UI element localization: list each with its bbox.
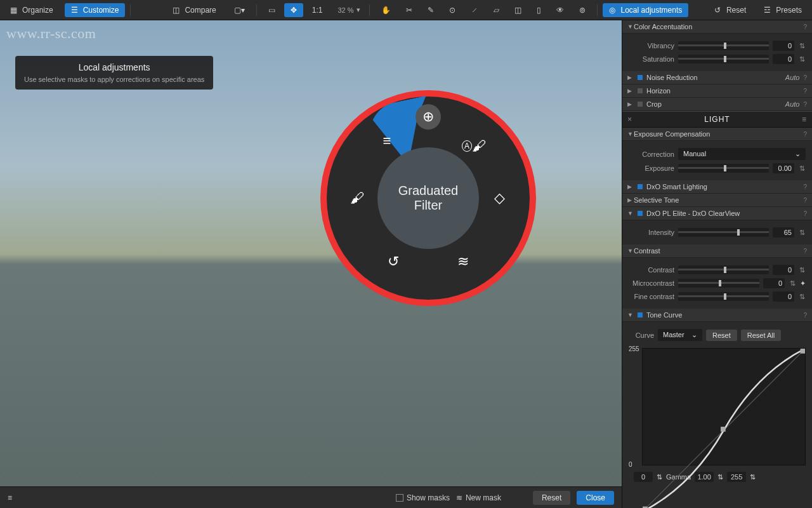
- menu-icon[interactable]: ≡: [800, 115, 809, 124]
- crop-icon[interactable]: ✂: [400, 3, 419, 17]
- brush-icon[interactable]: 🖌: [344, 185, 370, 211]
- local-adjustments-button[interactable]: ◎ Local adjustments: [603, 3, 689, 17]
- vibrancy-value[interactable]: 0: [773, 41, 794, 51]
- svg-rect-2: [800, 349, 805, 354]
- intensity-label: Intensity: [629, 229, 674, 236]
- perspective-icon[interactable]: ▱: [487, 3, 506, 17]
- reset-label: Reset: [726, 6, 746, 15]
- one-to-one-button[interactable]: 1:1: [306, 3, 329, 17]
- reset-radial-icon[interactable]: ↺: [381, 249, 406, 274]
- local-adj-label: Local adjustments: [621, 6, 683, 15]
- curve-reset-button[interactable]: Reset: [706, 330, 737, 341]
- panel-header-light: × LIGHT ≡: [622, 111, 812, 128]
- zoom-value: 32 %: [337, 6, 353, 14]
- exposure-label: Exposure: [629, 164, 674, 172]
- horizon-icon[interactable]: ◫: [508, 3, 528, 17]
- fit-icon[interactable]: ▭: [262, 3, 282, 17]
- control-point-icon[interactable]: ⊕: [416, 104, 441, 130]
- section-selective-tone[interactable]: ▶Selective Tone?: [622, 194, 812, 207]
- saturation-slider[interactable]: [678, 55, 769, 64]
- radial-menu: Graduated Filter ⊕ ≡ A🖌 🖌 ◇ ↺ ≋: [320, 90, 536, 306]
- filmstrip-icon[interactable]: ≡: [8, 493, 16, 502]
- correction-dropdown[interactable]: Manual⌄: [678, 148, 806, 160]
- tool-icons: ✋ ✂ ✎ ⊙ ⟋ ▱ ◫ ▯ 👁 ⊚: [375, 3, 592, 17]
- presets-label: Presets: [776, 6, 802, 15]
- customize-tab[interactable]: ☰ Customize: [65, 3, 126, 17]
- watermark-text: www.rr-sc.com: [6, 25, 96, 42]
- target-icon[interactable]: ⊚: [573, 3, 592, 17]
- eraser-icon[interactable]: ◇: [487, 185, 512, 211]
- finecontrast-slider[interactable]: [678, 292, 769, 301]
- curve-reset-all-button[interactable]: Reset All: [741, 330, 781, 341]
- auto-mask-icon[interactable]: A🖌: [461, 133, 487, 159]
- section-clearview[interactable]: ▼DxO PL Elite - DxO ClearView?: [622, 207, 812, 220]
- presets-button[interactable]: ☲ Presets: [757, 3, 808, 17]
- undo-icon: ↺: [714, 6, 723, 15]
- exposure-slider[interactable]: [678, 164, 769, 173]
- eyedropper-icon[interactable]: ✎: [421, 3, 440, 17]
- tooltip-title: Local adjustments: [24, 62, 204, 72]
- move-icon[interactable]: ✥: [284, 3, 303, 17]
- reset-button[interactable]: ↺ Reset: [708, 3, 752, 17]
- microcontrast-slider[interactable]: [678, 279, 759, 288]
- view-mode-group: ▢▾: [228, 3, 251, 17]
- section-contrast[interactable]: ▼Contrast?: [622, 244, 812, 258]
- saturation-value[interactable]: 0: [773, 54, 794, 64]
- graduated-filter-icon[interactable]: ≡: [374, 128, 400, 154]
- presets-icon: ☲: [764, 6, 773, 15]
- redeye-icon[interactable]: ⊙: [443, 3, 462, 17]
- bottombar-reset-button[interactable]: Reset: [533, 491, 570, 505]
- grid-icon: ▦: [10, 6, 19, 15]
- compare-icon: ◫: [173, 6, 181, 15]
- tone-curve-graph[interactable]: [642, 348, 806, 465]
- path-icon[interactable]: ⟋: [464, 3, 485, 17]
- intensity-slider[interactable]: [678, 228, 769, 237]
- adjustments-panel: ▼ Color Accentuation ? Vibrancy 0 ⇅ Satu…: [622, 20, 812, 508]
- section-crop[interactable]: ▶CropAuto?: [622, 98, 812, 111]
- wand-icon[interactable]: ✦: [800, 279, 806, 288]
- vibrancy-label: Vibrancy: [629, 42, 674, 50]
- sliders-icon: ☰: [71, 6, 80, 15]
- canvas-bottombar: ≡ Show masks ≋ New mask Reset Close: [0, 486, 622, 508]
- intensity-value[interactable]: 65: [773, 227, 794, 237]
- radial-center-label: Graduated Filter: [377, 147, 479, 249]
- bottombar-close-button[interactable]: Close: [577, 491, 614, 505]
- section-horizon[interactable]: ▶Horizon?: [622, 84, 812, 98]
- local-adj-icon: ◎: [609, 6, 618, 15]
- saturation-label: Saturation: [629, 55, 674, 63]
- image-canvas[interactable]: www.rr-sc.com Local adjustments Use sele…: [0, 20, 622, 508]
- section-color-accentuation[interactable]: ▼ Color Accentuation ?: [622, 20, 812, 34]
- customize-label: Customize: [83, 6, 119, 15]
- show-masks-toggle[interactable]: Show masks: [396, 493, 450, 502]
- new-mask-button[interactable]: ≋ New mask: [456, 493, 501, 502]
- curve-channel-dropdown[interactable]: Master⌄: [658, 329, 702, 341]
- stepper-icon[interactable]: ⇅: [798, 42, 806, 50]
- zoom-control[interactable]: 32 %▾: [334, 6, 363, 14]
- section-tone-curve[interactable]: ▼Tone Curve?: [622, 309, 812, 322]
- tooltip-panel: Local adjustments Use selective masks to…: [15, 56, 213, 90]
- parallel-icon[interactable]: ▯: [530, 3, 547, 17]
- stack-icon: ≋: [456, 493, 462, 502]
- svg-rect-3: [721, 427, 726, 432]
- compare-label: Compare: [185, 6, 216, 15]
- exposure-value[interactable]: 0.00: [773, 163, 794, 173]
- correction-label: Correction: [629, 150, 674, 158]
- contrast-slider[interactable]: [678, 265, 769, 274]
- organize-tab[interactable]: ▦ Organize: [4, 3, 60, 17]
- section-smart-lighting[interactable]: ▶DxO Smart Lighting?: [622, 180, 812, 194]
- section-noise-reduction[interactable]: ▶Noise ReductionAuto?: [622, 71, 812, 84]
- vibrancy-slider[interactable]: [678, 41, 769, 50]
- organize-label: Organize: [22, 6, 53, 15]
- close-panel-icon[interactable]: ×: [625, 115, 634, 124]
- top-toolbar: ▦ Organize ☰ Customize ◫ Compare ▢▾ ▭ ✥ …: [0, 0, 812, 20]
- section-exposure[interactable]: ▼Exposure Compensation?: [622, 128, 812, 141]
- tooltip-subtitle: Use selective masks to apply corrections…: [24, 76, 204, 83]
- layout-dropdown[interactable]: ▢▾: [228, 3, 251, 17]
- compare-button[interactable]: ◫ Compare: [166, 3, 222, 17]
- layers-icon[interactable]: ≋: [450, 249, 476, 274]
- eye-icon[interactable]: 👁: [550, 3, 570, 17]
- hand-icon[interactable]: ✋: [375, 3, 397, 17]
